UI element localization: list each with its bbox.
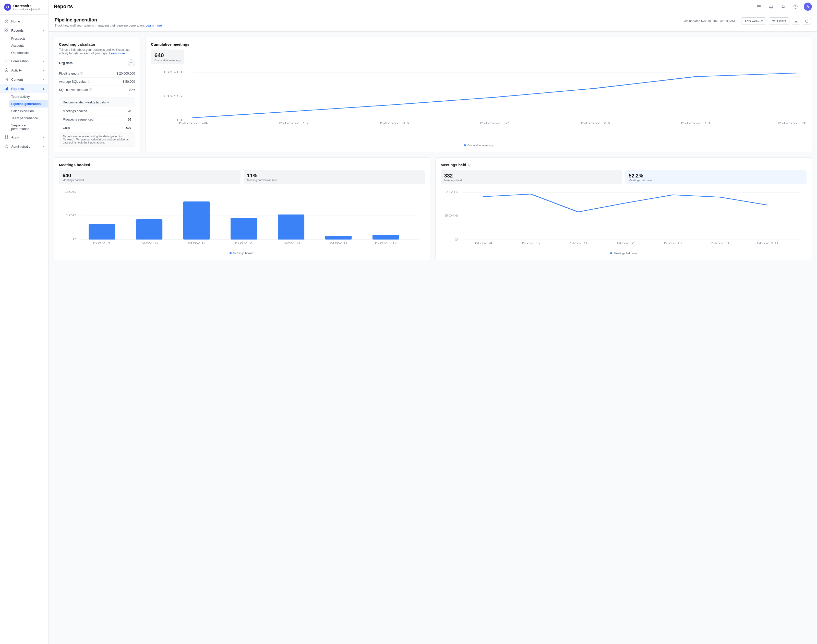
top-row: Coaching calculator Tell us a little abo… <box>54 37 812 152</box>
topbar-title: Reports <box>54 3 751 9</box>
coaching-calculator-card: Coaching calculator Tell us a little abo… <box>54 37 140 152</box>
learn-more-link[interactable]: Learn more <box>146 24 162 27</box>
svg-text:200: 200 <box>65 190 77 193</box>
records-chevron: ▴ <box>43 29 44 32</box>
pipeline-quota-row: Pipeline quota ⓘ $ 20,000,000 <box>59 69 135 78</box>
sidebar-item-team-performance[interactable]: Team performance <box>11 115 48 122</box>
svg-text:100: 100 <box>65 214 77 217</box>
meetings-booked-number: 640 <box>63 173 237 178</box>
sidebar-item-content[interactable]: Content ▾ <box>0 75 48 84</box>
date-filter[interactable]: This week ▾ <box>741 17 766 25</box>
svg-text:Nov 8: Nov 8 <box>580 121 610 124</box>
main-wrapper: Reports <box>49 0 817 644</box>
dropdown-arrow: ▾ <box>761 19 763 23</box>
sql-conversion-value: 70% <box>129 88 135 92</box>
reports-submenu: Team activity Pipeline generation Sales … <box>0 93 48 132</box>
sidebar-item-pipeline-generation[interactable]: Pipeline generation <box>9 100 48 107</box>
topbar-bell-icon[interactable] <box>767 3 775 11</box>
pipeline-quota-value: $ 20,000,000 <box>116 72 135 75</box>
svg-rect-9 <box>6 88 7 90</box>
svg-rect-8 <box>5 89 6 90</box>
sidebar-item-prospects[interactable]: Prospects <box>11 35 48 42</box>
meetings-conversion-number: 11% <box>247 173 422 178</box>
topbar-help-icon[interactable] <box>791 3 800 11</box>
pipeline-quota-info[interactable]: ⓘ <box>80 72 83 75</box>
meetings-held-chart: 75% 50% 0 <box>441 189 806 250</box>
meetings-booked-stat1: 640 Meetings booked <box>59 170 241 184</box>
topbar-actions: A <box>755 3 812 11</box>
meetings-booked-label: Meetings booked <box>63 178 237 182</box>
records-icon <box>4 28 9 33</box>
svg-text:50%: 50% <box>445 214 458 217</box>
sidebar-item-opportunities[interactable]: Opportunities <box>11 49 48 57</box>
brand-name[interactable]: Outreach ▾ <box>13 4 40 8</box>
topbar-list-icon[interactable] <box>755 3 763 11</box>
avg-sql-info[interactable]: ⓘ <box>87 80 90 83</box>
activity-label: Activity <box>11 69 22 72</box>
svg-point-13 <box>5 138 6 139</box>
sidebar-item-sales-execution[interactable]: Sales execution <box>11 107 48 115</box>
svg-text:0: 0 <box>73 238 77 241</box>
sidebar-item-administration[interactable]: Administration ▾ <box>0 142 48 151</box>
svg-text:Nov 4: Nov 4 <box>475 242 493 245</box>
main-content: Pipeline generation Track how well your … <box>49 13 817 644</box>
svg-text:Nov 5: Nov 5 <box>140 241 158 244</box>
sidebar-item-records[interactable]: Records ▴ <box>0 26 48 35</box>
sidebar-item-sequence-performance[interactable]: Sequence performance <box>11 122 48 132</box>
svg-text:Nov 8: Nov 8 <box>282 241 300 244</box>
home-label: Home <box>11 19 20 23</box>
meetings-booked-card: Meetings booked 640 Meetings booked 11% … <box>54 157 430 260</box>
user-avatar[interactable]: A <box>804 3 812 11</box>
svg-text:75%: 75% <box>445 190 458 193</box>
svg-text:Nov 9: Nov 9 <box>711 242 729 245</box>
sidebar-item-accounts[interactable]: Accounts <box>11 42 48 49</box>
svg-text:Nov 7: Nov 7 <box>480 121 510 124</box>
page-header-right: Last updated Nov 10, 2023 at 8:30 AM ℹ T… <box>682 17 811 25</box>
sidebar-item-forecasting[interactable]: Forecasting ▾ <box>0 57 48 66</box>
svg-text:650: 650 <box>163 71 182 74</box>
sidebar-item-activity[interactable]: Activity ▾ <box>0 66 48 75</box>
svg-text:Nov 7: Nov 7 <box>616 242 635 245</box>
svg-text:Nov 6: Nov 6 <box>379 121 409 124</box>
meetings-held-legend-dot <box>610 252 612 255</box>
cumulative-legend-label: Cumulative meetings <box>468 144 494 147</box>
svg-rect-51 <box>372 235 399 239</box>
filters-button[interactable]: Filters <box>769 17 789 25</box>
apps-chevron: ▾ <box>43 136 44 139</box>
sidebar-item-team-activity[interactable]: Team activity <box>11 93 48 100</box>
sidebar-item-home[interactable]: Home <box>0 17 48 26</box>
sql-conversion-row: SQL conversion rate ⓘ 70% <box>59 86 135 94</box>
recommended-targets: Recommended weekly targets ▾ Meetings bo… <box>59 98 135 147</box>
page-header: Pipeline generation Track how well your … <box>49 13 817 32</box>
svg-text:Nov 7: Nov 7 <box>235 241 253 244</box>
refresh-button[interactable] <box>803 18 811 25</box>
sidebar-item-reports[interactable]: Reports ▴ <box>0 84 48 93</box>
svg-text:Nov 10: Nov 10 <box>777 121 806 124</box>
svg-text:Nov 8: Nov 8 <box>664 242 682 245</box>
svg-text:0: 0 <box>176 118 182 121</box>
topbar-search-icon[interactable] <box>779 3 787 11</box>
activity-chevron: ▾ <box>43 69 44 72</box>
bottom-row: Meetings booked 640 Meetings booked 11% … <box>54 157 812 260</box>
meetings-booked-chart: 200 100 0 <box>59 188 425 250</box>
cumulative-meetings-card: Cumulative meetings 640 Cumulative meeti… <box>146 37 812 152</box>
coaching-title: Coaching calculator <box>59 42 135 46</box>
download-button[interactable] <box>792 18 800 25</box>
svg-point-19 <box>782 5 784 8</box>
activity-icon <box>4 68 9 72</box>
sidebar-item-apps[interactable]: Apps ▾ <box>0 132 48 142</box>
svg-text:Nov 4: Nov 4 <box>93 241 111 244</box>
targets-header[interactable]: Recommended weekly targets ▾ <box>59 98 135 107</box>
meetings-held-legend: Meetings held rate <box>441 252 806 255</box>
sql-conversion-info[interactable]: ⓘ <box>89 88 92 92</box>
coaching-learn-more[interactable]: Learn more <box>109 52 125 55</box>
content-chevron: ▾ <box>43 78 44 81</box>
topbar: Reports <box>49 0 817 13</box>
svg-point-14 <box>7 138 8 139</box>
edit-button[interactable]: ✏ <box>128 59 135 66</box>
app-logo: O <box>4 3 11 11</box>
apps-icon <box>4 135 9 140</box>
avg-sql-row: Average SQL value ⓘ $ 50,000 <box>59 78 135 86</box>
svg-text:0: 0 <box>454 238 458 241</box>
meetings-booked-legend-dot <box>230 252 231 254</box>
